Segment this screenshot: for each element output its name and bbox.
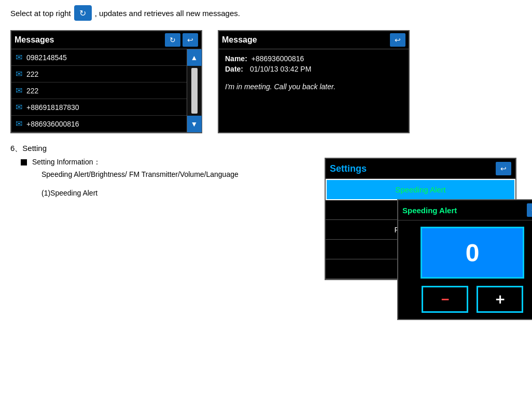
setting-heading: 6、Setting [10, 144, 522, 154]
messages-items: ✉ 0982148545 ✉ 222 ✉ 222 ✉ +886918187830… [11, 49, 187, 132]
setting-sub-text: Speeding Alert/Brightness/ FM Transmitte… [41, 170, 325, 178]
scroll-down-button[interactable]: ▼ [187, 116, 202, 132]
speed-decrease-button[interactable]: － [422, 286, 468, 313]
refresh-icon-inline: ↻ [74, 5, 92, 21]
speeding-overlay-header: Speeding Alert ↩ [398, 200, 532, 220]
list-item[interactable]: ✉ +886918187830 [11, 99, 187, 116]
setting-section: 6、Setting Setting Information： Speeding … [10, 144, 522, 280]
list-item[interactable]: ✉ 222 [11, 82, 187, 99]
speeding-overlay-back-button[interactable]: ↩ [527, 203, 532, 217]
messages-panel-title: Messages [15, 35, 54, 45]
message-content: I'm in meeting. Call you back later. [225, 82, 402, 91]
message-number: 0982148545 [26, 53, 67, 62]
settings-back-button[interactable]: ↩ [496, 162, 511, 175]
speeding-alert-overlay: Speeding Alert ↩ 0 － ＋ [397, 199, 532, 320]
message-number: 222 [26, 70, 38, 78]
speeding-overlay-title: Speeding Alert [402, 206, 457, 215]
list-item[interactable]: ✉ 0982148545 [11, 49, 187, 66]
name-label: Name: [225, 54, 247, 63]
speed-increase-button[interactable]: ＋ [477, 286, 523, 313]
message-detail-header: Message ↩ [219, 31, 409, 49]
scroll-up-button[interactable]: ▲ [187, 49, 202, 66]
list-item[interactable]: ✉ 222 [11, 66, 187, 82]
speeding-alert-label: (1)Speeding Alert [41, 189, 325, 197]
bullet-icon [21, 159, 27, 165]
messages-list: ✉ 0982148545 ✉ 222 ✉ 222 ✉ +886918187830… [11, 49, 201, 132]
date-label: Date: [225, 65, 246, 73]
setting-left-content: Setting Information： Speeding Alert/Brig… [10, 158, 325, 197]
messages-panel-header-icons: ↻ ↩ [165, 33, 198, 47]
messages-refresh-button[interactable]: ↻ [165, 33, 180, 47]
speeding-overlay-body: 0 － ＋ [398, 220, 532, 319]
date-value: 01/10/13 03:42 PM [250, 65, 311, 73]
messages-scrollbar: ▲ ▼ [187, 49, 201, 132]
message-number: 222 [26, 87, 38, 95]
message-detail-body: Name: +886936000816 Date: 01/10/13 03:42… [219, 49, 409, 96]
message-detail-title: Message [222, 35, 257, 45]
instruction-after: , updates and retrieves all new messages… [95, 9, 240, 18]
message-detail-back-button[interactable]: ↩ [390, 33, 405, 47]
setting-info-label: Setting Information： [32, 158, 101, 167]
messages-panel-header: Messages ↻ ↩ [11, 31, 201, 49]
speed-value-display: 0 [421, 227, 524, 279]
settings-panel-title: Settings [330, 163, 367, 174]
top-instruction: Select at top right ↻ , updates and retr… [10, 5, 522, 21]
messages-back-button[interactable]: ↩ [183, 33, 198, 47]
envelope-icon: ✉ [16, 69, 22, 79]
speed-controls: － ＋ [404, 286, 532, 313]
message-detail-panel: Message ↩ Name: +886936000816 Date: 01/1… [218, 30, 410, 133]
list-item[interactable]: ✉ +886936000816 [11, 116, 187, 132]
envelope-icon: ✉ [16, 119, 22, 129]
message-name-row: Name: +886936000816 [225, 54, 402, 63]
message-detail-header-icons: ↩ [390, 33, 405, 47]
message-date-row: Date: 01/10/13 03:42 PM [225, 65, 402, 73]
top-panels-row: Messages ↻ ↩ ✉ 0982148545 ✉ 222 ✉ 222 [10, 30, 522, 133]
instruction-before: Select at top right [10, 9, 71, 18]
message-number: +886918187830 [26, 103, 79, 112]
setting-info-row: Setting Information： [21, 158, 325, 167]
settings-panel-header: Settings ↩ [326, 159, 515, 179]
scroll-thumb [191, 68, 198, 114]
messages-panel: Messages ↻ ↩ ✉ 0982148545 ✉ 222 ✉ 222 [10, 30, 202, 133]
envelope-icon: ✉ [16, 102, 22, 112]
message-number: +886936000816 [26, 120, 79, 128]
name-value: +886936000816 [251, 54, 304, 63]
envelope-icon: ✉ [16, 52, 22, 62]
envelope-icon: ✉ [16, 86, 22, 95]
settings-menu-item-speeding-alert[interactable]: Speeding Alert [326, 179, 515, 200]
settings-right-area: Settings ↩ Speeding Alert Brightness FM … [325, 158, 522, 280]
